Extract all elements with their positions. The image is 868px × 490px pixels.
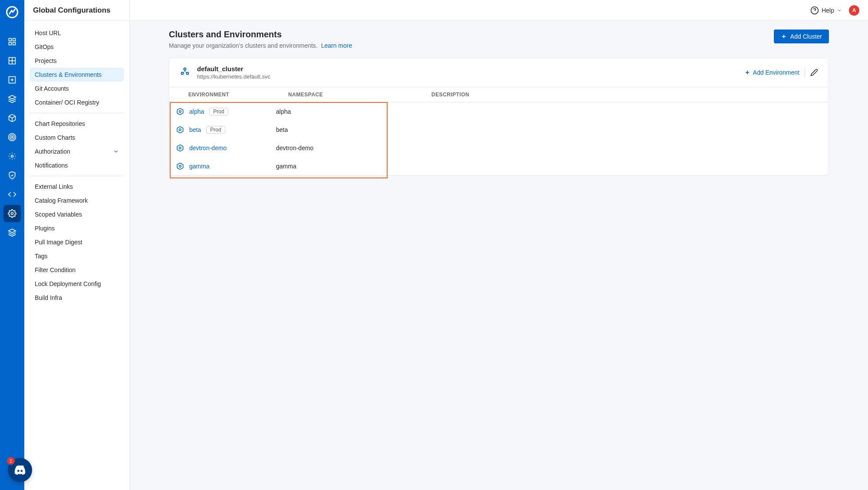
hexagon-icon	[176, 144, 184, 152]
svg-rect-2	[13, 39, 16, 41]
env-name-cell: betaProd	[176, 126, 276, 134]
hexagon-icon	[176, 126, 184, 134]
env-link[interactable]: gamma	[189, 163, 210, 170]
svg-marker-35	[177, 145, 183, 151]
config-sidebar: Global Configurations Host URLGitOpsProj…	[24, 0, 130, 490]
svg-point-36	[179, 147, 181, 149]
env-namespace: devtron-demo	[276, 145, 419, 151]
svg-point-14	[10, 135, 14, 139]
help-button[interactable]: Help	[810, 6, 842, 15]
svg-line-28	[186, 72, 187, 73]
col-namespace: NAMESPACE	[288, 92, 431, 98]
svg-marker-31	[177, 109, 183, 115]
svg-point-13	[9, 134, 16, 141]
edit-cluster-button[interactable]	[810, 69, 818, 76]
env-link[interactable]: devtron-demo	[189, 145, 227, 151]
sidebar-item-external-links[interactable]: External Links	[30, 180, 124, 194]
env-link[interactable]: alpha	[189, 108, 204, 115]
page-header-title: Global Configurations	[33, 6, 111, 15]
sidebar-item-scoped-variables[interactable]: Scoped Variables	[30, 207, 124, 221]
svg-point-17	[11, 213, 13, 215]
rail-code-icon[interactable]	[3, 186, 21, 203]
sidebar-item-custom-charts[interactable]: Custom Charts	[30, 131, 124, 145]
sidebar-item-build-infra[interactable]: Build Infra	[30, 291, 124, 305]
rail-shield-icon[interactable]	[3, 167, 21, 184]
sidebar-item-label: Git Accounts	[35, 85, 69, 92]
sidebar-item-authorization[interactable]: Authorization	[30, 145, 124, 158]
discord-icon	[13, 464, 26, 477]
sidebar-item-host-url[interactable]: Host URL	[30, 26, 124, 40]
col-environment: ENVIRONMENT	[188, 92, 288, 98]
sidebar-item-chart-repositories[interactable]: Chart Repositories	[30, 117, 124, 131]
sidebar-item-label: Notifications	[35, 162, 68, 169]
sidebar-item-label: Chart Repositories	[35, 120, 85, 127]
rail-layers-icon[interactable]	[3, 224, 21, 241]
sidebar-item-container-oci-registry[interactable]: Container/ OCI Registry	[30, 95, 124, 109]
rail-grid-icon[interactable]	[3, 52, 21, 69]
sidebar-item-label: Filter Condition	[35, 266, 76, 273]
sidebar-item-tags[interactable]: Tags	[30, 249, 124, 263]
svg-rect-1	[9, 39, 12, 41]
env-link[interactable]: beta	[189, 126, 201, 133]
content-subtitle: Manage your organization's clusters and …	[169, 42, 352, 49]
rail-add-app-icon[interactable]	[3, 71, 21, 89]
rail-gear-icon[interactable]	[3, 148, 21, 165]
rail-target-icon[interactable]	[3, 128, 21, 146]
content-title: Clusters and Environments	[169, 30, 352, 39]
prod-badge: Prod	[206, 126, 225, 134]
nav-divider	[30, 113, 124, 113]
sidebar-item-label: Host URL	[35, 30, 61, 36]
rail-cube-icon[interactable]	[3, 109, 21, 127]
env-namespace: gamma	[276, 163, 419, 170]
svg-marker-11	[9, 95, 16, 99]
svg-rect-3	[9, 43, 12, 45]
add-cluster-button[interactable]: Add Cluster	[774, 30, 829, 43]
sidebar-item-clusters-environments[interactable]: Clusters & Environments	[30, 68, 124, 82]
sidebar-item-plugins[interactable]: Plugins	[30, 221, 124, 235]
plus-icon	[744, 69, 750, 76]
sidebar-item-projects[interactable]: Projects	[30, 54, 124, 68]
avatar[interactable]: A	[849, 5, 859, 16]
sidebar-item-label: Build Infra	[35, 294, 62, 301]
sidebar-item-label: External Links	[35, 183, 73, 190]
discord-button[interactable]: 1	[8, 458, 32, 482]
sidebar-item-label: Lock Deployment Config	[35, 280, 101, 287]
pencil-icon	[810, 69, 818, 76]
rail-settings-icon[interactable]	[3, 205, 21, 222]
rail-apps-icon[interactable]	[3, 33, 21, 50]
env-table-header: ENVIRONMENT NAMESPACE DESCRIPTION	[169, 87, 829, 102]
env-name-cell: gamma	[176, 162, 276, 170]
app-logo[interactable]	[3, 3, 21, 21]
sidebar-item-label: Pull Image Digest	[35, 239, 82, 246]
env-row: gammagamma	[169, 157, 829, 175]
svg-point-38	[179, 165, 181, 168]
sidebar-item-git-accounts[interactable]: Git Accounts	[30, 82, 124, 95]
left-rail	[0, 0, 24, 490]
divider	[805, 68, 805, 77]
chevron-down-icon	[837, 8, 842, 13]
sidebar-item-catalog-framework[interactable]: Catalog Framework	[30, 194, 124, 207]
plus-icon	[781, 33, 787, 39]
svg-point-16	[11, 155, 13, 158]
env-name-cell: devtron-demo	[176, 144, 276, 152]
rail-stack-icon[interactable]	[3, 90, 21, 108]
chevron-down-icon	[113, 148, 119, 155]
sidebar-item-notifications[interactable]: Notifications	[30, 158, 124, 172]
config-nav: Host URLGitOpsProjectsClusters & Environ…	[24, 21, 129, 310]
prod-badge: Prod	[209, 108, 228, 115]
svg-rect-4	[13, 43, 16, 45]
env-namespace: alpha	[276, 108, 419, 115]
sidebar-item-filter-condition[interactable]: Filter Condition	[30, 263, 124, 277]
add-environment-button[interactable]: Add Environment	[744, 69, 799, 76]
env-rows: alphaProdalphabetaProdbetadevtron-demode…	[169, 102, 829, 175]
env-row: alphaProdalpha	[169, 102, 829, 121]
sidebar-item-label: Authorization	[35, 148, 70, 155]
cluster-icon	[180, 67, 190, 79]
learn-more-link[interactable]: Learn more	[321, 42, 352, 49]
sidebar-item-label: GitOps	[35, 43, 54, 50]
sidebar-item-lock-deployment-config[interactable]: Lock Deployment Config	[30, 277, 124, 291]
sidebar-item-gitops[interactable]: GitOps	[30, 40, 124, 54]
cluster-name: default_cluster	[197, 65, 270, 72]
env-namespace: beta	[276, 126, 419, 133]
sidebar-item-pull-image-digest[interactable]: Pull Image Digest	[30, 235, 124, 249]
